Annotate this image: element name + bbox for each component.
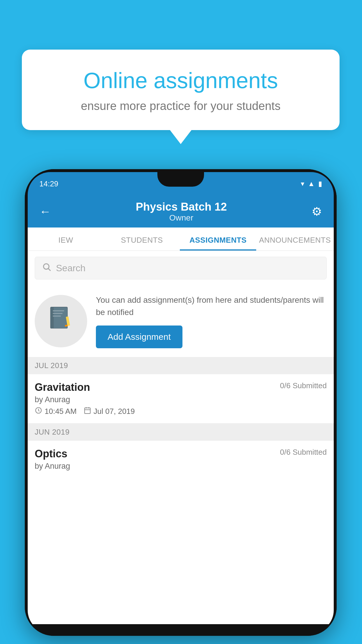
optics-submitted: 0/6 Submitted <box>280 448 327 457</box>
assignment-icon-circle <box>35 295 87 347</box>
gravitation-meta: 10:45 AM Jul 07, 2019 <box>35 407 327 416</box>
optics-header: Optics 0/6 Submitted <box>35 448 327 460</box>
calendar-icon <box>84 407 91 416</box>
search-icon <box>42 262 51 274</box>
search-bar[interactable]: Search <box>35 257 327 279</box>
status-time: 14:29 <box>39 179 58 188</box>
header-subtitle: Owner <box>136 213 227 223</box>
tabs-container: IEW STUDENTS ASSIGNMENTS ANNOUNCEMENTS <box>28 228 334 251</box>
app-header: ← Physics Batch 12 Owner ⚙ <box>28 195 334 228</box>
add-assignment-right: You can add assignment(s) from here and … <box>96 294 327 348</box>
add-assignment-section: You can add assignment(s) from here and … <box>28 285 334 357</box>
status-icons: ▾ ▲ ▮ <box>301 180 322 188</box>
tab-announcements[interactable]: ANNOUNCEMENTS <box>256 228 334 251</box>
phone-content: Search <box>28 251 334 624</box>
speech-bubble-card: Online assignments ensure more practice … <box>22 50 340 130</box>
gravitation-name: Gravitation <box>35 381 90 393</box>
search-placeholder: Search <box>56 263 85 274</box>
clock-icon <box>35 407 42 416</box>
assignment-item-optics[interactable]: Optics 0/6 Submitted by Anurag <box>28 441 334 480</box>
settings-button[interactable]: ⚙ <box>312 205 322 218</box>
gravitation-date-value: Jul 07, 2019 <box>94 407 135 416</box>
section-divider-jun: JUN 2019 <box>28 424 334 441</box>
wifi-icon: ▾ <box>301 180 304 188</box>
assignment-item-gravitation[interactable]: Gravitation 0/6 Submitted by Anurag 10:4… <box>28 374 334 424</box>
svg-line-1 <box>48 269 50 271</box>
speech-bubble-subtitle: ensure more practice for your students <box>45 99 316 113</box>
gravitation-date: Jul 07, 2019 <box>84 407 135 416</box>
gravitation-header: Gravitation 0/6 Submitted <box>35 381 327 393</box>
notch <box>157 172 204 187</box>
phone-frame: 14:29 ▾ ▲ ▮ ← Physics Batch 12 Owner ⚙ I… <box>25 169 337 636</box>
back-button[interactable]: ← <box>39 205 51 218</box>
tab-iew[interactable]: IEW <box>28 228 104 251</box>
svg-rect-6 <box>53 315 61 316</box>
tab-students[interactable]: STUDENTS <box>104 228 180 251</box>
svg-rect-3 <box>50 307 54 328</box>
section-divider-jul: JUL 2019 <box>28 357 334 374</box>
gravitation-submitted: 0/6 Submitted <box>280 381 327 390</box>
gravitation-by: by Anurag <box>35 395 327 404</box>
svg-rect-4 <box>53 310 64 311</box>
tab-assignments[interactable]: ASSIGNMENTS <box>180 228 256 251</box>
speech-bubble-title: Online assignments <box>45 67 316 94</box>
add-assignment-description: You can add assignment(s) from here and … <box>96 294 327 318</box>
header-center: Physics Batch 12 Owner <box>136 201 227 223</box>
svg-rect-10 <box>85 408 90 414</box>
signal-icon: ▲ <box>308 180 315 188</box>
svg-point-0 <box>43 264 49 269</box>
battery-icon: ▮ <box>318 180 322 188</box>
gravitation-time: 10:45 AM <box>35 407 77 416</box>
optics-by: by Anurag <box>35 462 327 471</box>
add-assignment-button[interactable]: Add Assignment <box>96 326 182 348</box>
header-title: Physics Batch 12 <box>136 201 227 213</box>
status-bar: 14:29 ▾ ▲ ▮ <box>28 172 334 195</box>
optics-name: Optics <box>35 448 67 460</box>
notebook-icon <box>48 305 74 337</box>
gravitation-time-value: 10:45 AM <box>45 407 77 416</box>
svg-rect-5 <box>53 313 63 314</box>
